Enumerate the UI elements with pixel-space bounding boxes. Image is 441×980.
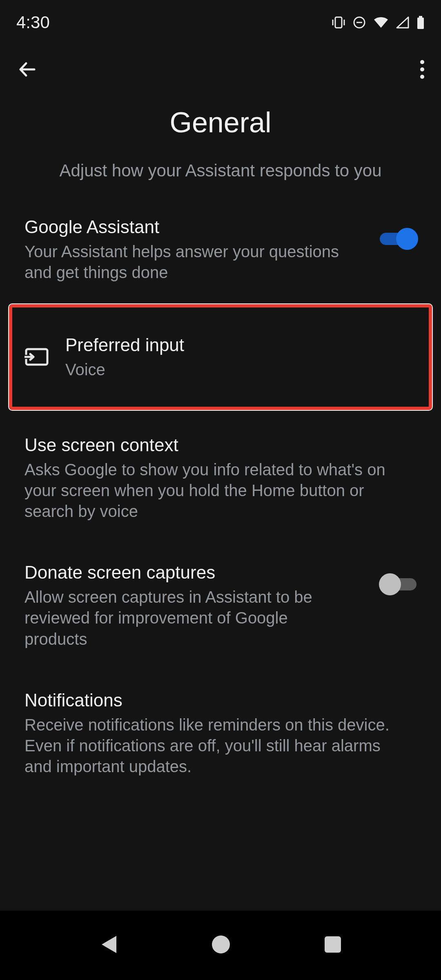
input-icon	[24, 345, 49, 369]
settings-list: Google Assistant Your Assistant helps an…	[0, 185, 441, 793]
svg-rect-12	[325, 936, 341, 953]
setting-desc: Your Assistant helps answer your questio…	[24, 241, 351, 283]
setting-desc: Asks Google to show you info related to …	[24, 459, 400, 522]
cell-signal-icon	[396, 16, 409, 29]
svg-point-11	[212, 935, 230, 953]
status-icons	[332, 16, 425, 29]
app-bar	[0, 37, 441, 94]
donate-captures-toggle[interactable]	[380, 573, 416, 595]
overflow-menu-button[interactable]	[420, 60, 425, 79]
page-title: General	[24, 106, 416, 139]
navigation-bar	[0, 911, 441, 980]
status-bar: 4:30	[0, 0, 441, 37]
setting-value: Voice	[65, 359, 388, 380]
nav-back-button[interactable]	[99, 934, 118, 956]
setting-use-screen-context[interactable]: Use screen context Asks Google to show y…	[0, 417, 441, 539]
do-not-disturb-icon	[353, 16, 366, 29]
vibrate-icon	[332, 16, 345, 29]
svg-point-7	[420, 60, 424, 64]
svg-point-9	[420, 75, 424, 79]
circle-home-icon	[211, 934, 231, 955]
setting-title: Preferred input	[65, 334, 388, 356]
title-area: General Adjust how your Assistant respon…	[0, 94, 441, 185]
setting-desc: Receive notifications like reminders on …	[24, 715, 400, 777]
preferred-input-highlight: Preferred input Voice	[9, 304, 432, 410]
status-time: 4:30	[16, 13, 50, 32]
setting-title: Donate screen captures	[24, 561, 351, 584]
svg-rect-6	[417, 18, 424, 29]
setting-notifications[interactable]: Notifications Receive notifications like…	[0, 666, 441, 794]
svg-rect-0	[335, 17, 342, 28]
nav-recents-button[interactable]	[324, 935, 342, 955]
back-button[interactable]	[16, 58, 38, 80]
square-recents-icon	[324, 935, 342, 953]
setting-title: Google Assistant	[24, 216, 351, 238]
wifi-icon	[373, 16, 389, 29]
nav-home-button[interactable]	[211, 934, 231, 956]
svg-rect-5	[419, 16, 422, 18]
setting-title: Use screen context	[24, 434, 400, 456]
svg-point-8	[420, 67, 424, 71]
arrow-back-icon	[16, 58, 38, 80]
setting-desc: Allow screen captures in Assistant to be…	[24, 587, 351, 650]
more-vert-icon	[420, 60, 425, 79]
triangle-back-icon	[99, 934, 118, 955]
google-assistant-toggle[interactable]	[380, 228, 416, 250]
battery-icon	[416, 16, 425, 29]
setting-preferred-input[interactable]: Preferred input Voice	[12, 307, 429, 406]
setting-title: Notifications	[24, 689, 400, 711]
setting-google-assistant[interactable]: Google Assistant Your Assistant helps an…	[0, 199, 441, 299]
setting-donate-screen-captures[interactable]: Donate screen captures Allow screen capt…	[0, 538, 441, 666]
page-subtitle: Adjust how your Assistant responds to yo…	[24, 161, 416, 180]
